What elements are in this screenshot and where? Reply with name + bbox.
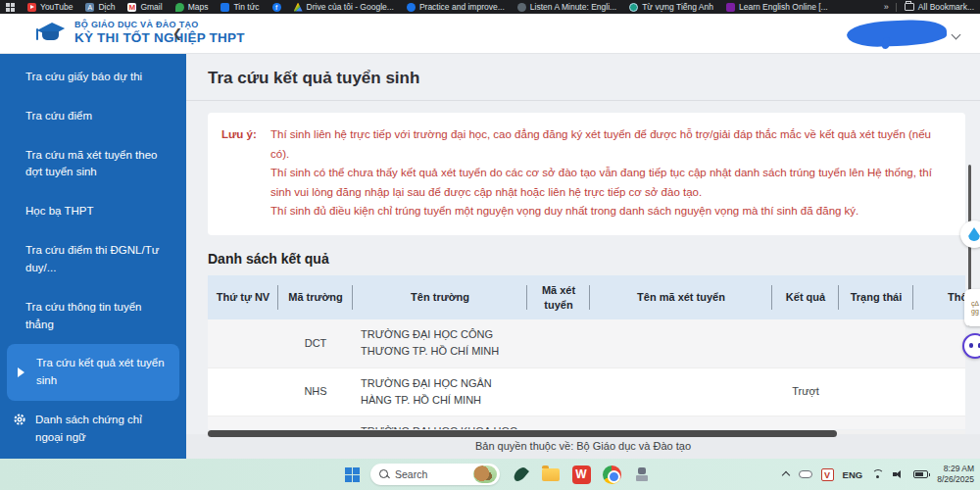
table-header-row: Thứ tự NV Mã trường Tên trường Mã xét tu… bbox=[208, 275, 965, 320]
bookmark-youtube[interactable]: YouTube bbox=[27, 2, 73, 12]
taskbar-app-leaf[interactable] bbox=[511, 465, 530, 484]
sidebar-item-label: Tra cứu điểm thi ĐGNL/Tư duy/... bbox=[25, 244, 159, 273]
table-row[interactable]: QST TRƯỜNG ĐẠI HỌC KHOA HỌC TỰ NHIÊN - Đ… bbox=[208, 416, 965, 429]
apps-grid-bookmark[interactable] bbox=[6, 3, 15, 12]
bookmark-label: Dịch bbox=[98, 2, 115, 12]
all-bookmarks-button[interactable]: All Bookmark... bbox=[905, 2, 974, 12]
bookmark-label: Practice and improve... bbox=[419, 2, 505, 12]
bookmark-label: Listen A Minute: Engli... bbox=[530, 2, 616, 12]
table-row[interactable]: DCT TRƯỜNG ĐẠI HỌC CÔNG THƯƠNG TP. HỒ CH… bbox=[208, 319, 965, 368]
col-header-ket-qua: Kết quả bbox=[772, 275, 839, 320]
bookmark-label: YouTube bbox=[40, 2, 73, 12]
bookmark-vocabulary[interactable]: Từ vựng Tiếng Anh bbox=[629, 2, 713, 12]
robot-icon bbox=[634, 466, 650, 482]
browser-bookmarks-bar: YouTube ADịch MGmail Maps Tin tức f Driv… bbox=[0, 0, 980, 14]
wifi-icon[interactable] bbox=[871, 469, 884, 479]
notice-label: Lưu ý: bbox=[221, 125, 270, 221]
sidebar-item-ma-xet-tuyen[interactable]: Tra cứu mã xét tuyển theo đợt tuyển sinh bbox=[0, 136, 186, 193]
file-explorer-button[interactable] bbox=[541, 465, 561, 484]
bookmark-gmail[interactable]: MGmail bbox=[127, 2, 162, 12]
bookmark-label: Drive của tôi - Google... bbox=[307, 2, 394, 12]
onedrive-icon[interactable] bbox=[799, 470, 812, 478]
search-icon bbox=[379, 469, 389, 479]
col-header-ma-xet-tuyen: Mã xét tuyển bbox=[527, 275, 590, 320]
taskbar-center-icons: Search W bbox=[345, 464, 652, 485]
wps-icon: W bbox=[572, 466, 591, 484]
sidebar-item-label: Tra cứu kết quả xét tuyển sinh bbox=[36, 357, 165, 386]
learn-english-icon bbox=[726, 3, 735, 12]
bookmarks-overflow-button[interactable]: » bbox=[884, 2, 888, 12]
wps-office-button[interactable]: W bbox=[571, 465, 591, 484]
bookmark-listen-a-minute[interactable]: Listen A Minute: Engli... bbox=[517, 2, 616, 12]
water-drop-widget[interactable] bbox=[960, 220, 980, 248]
notice-card: Lưu ý: Thí sinh liên hệ trực tiếp với tr… bbox=[208, 113, 965, 235]
cell-ten-ma-xet-tuyen bbox=[590, 319, 772, 368]
col-header-trang-thai: Trạng thái bbox=[839, 275, 913, 320]
sidebar-item-chung-chi-ngoai-ngu[interactable]: Danh sách chứng chỉ ngoại ngữ bbox=[0, 401, 186, 458]
leaf-icon bbox=[512, 466, 529, 484]
bookmark-learn-english[interactable]: Learn English Online [... bbox=[726, 2, 828, 12]
sidebar-item-label: Danh sách chứng chỉ ngoại ngữ bbox=[35, 414, 142, 443]
sidebar-item-hoc-ba-thpt[interactable]: Học bạ THPT bbox=[0, 192, 186, 231]
col-header-ma-truong: Mã trường bbox=[278, 275, 353, 320]
taskbar-search-box[interactable]: Search bbox=[370, 464, 500, 485]
horizontal-scrollbar-thumb[interactable] bbox=[208, 430, 837, 437]
sidebar-item-tra-cuu-diem[interactable]: Tra cứu điểm bbox=[0, 97, 186, 136]
horizontal-scrollbar[interactable] bbox=[208, 430, 965, 434]
cell-ma-truong: NHS bbox=[278, 368, 353, 416]
sticker-glyph: ç∆ bbox=[971, 300, 979, 308]
facebook-icon: f bbox=[272, 3, 281, 12]
chevron-down-icon[interactable] bbox=[953, 30, 960, 38]
sidebar-item-ket-qua-xet-tuyen[interactable]: Tra cứu kết quả xét tuyển sinh bbox=[7, 344, 179, 401]
sidebar-collapse-button[interactable]: ❮ bbox=[169, 24, 186, 42]
col-header-thu-tu-nv: Thứ tự NV bbox=[208, 275, 278, 320]
sidebar-nav: Tra cứu giấy báo dự thi Tra cứu điểm Tra… bbox=[0, 54, 186, 459]
main-content: Tra cứu kết quả tuyển sinh Lưu ý: Thí si… bbox=[186, 54, 980, 459]
water-drop-icon bbox=[968, 227, 980, 241]
bookmark-label: Gmail bbox=[140, 2, 162, 12]
cell-ket-qua bbox=[772, 319, 839, 368]
col-header-ten-truong: Tên trường bbox=[353, 275, 527, 320]
org-title: BỘ GIÁO DỤC VÀ ĐÀO TẠO KỲ THI TỐT NGHIỆP… bbox=[74, 20, 245, 47]
battery-icon[interactable] bbox=[913, 470, 928, 478]
bookmark-news[interactable]: Tin tức bbox=[220, 2, 259, 12]
v-app-icon[interactable]: V bbox=[821, 468, 834, 481]
sidebar-item-label: Tra cứu thông tin tuyển thẳng bbox=[25, 301, 142, 330]
tray-date: 8/26/2025 bbox=[937, 474, 974, 485]
moet-logo[interactable]: BỘ GIÁO DỤC VÀ ĐÀO TẠO KỲ THI TỐT NGHIỆP… bbox=[0, 20, 245, 47]
bookmark-practice[interactable]: Practice and improve... bbox=[407, 2, 505, 12]
chrome-button[interactable] bbox=[602, 465, 621, 484]
clock[interactable]: 8:29 AM 8/26/2025 bbox=[937, 464, 974, 486]
sticker-widget[interactable]: ç∆gg bbox=[964, 289, 980, 326]
sidebar-item-diem-thi-dgnl[interactable]: Tra cứu điểm thi ĐGNL/Tư duy/... bbox=[0, 231, 186, 288]
face-icon bbox=[969, 343, 980, 349]
cell-ten-ma-xet-tuyen bbox=[590, 368, 772, 416]
cell-trang-thai bbox=[839, 319, 913, 368]
redacted-username[interactable] bbox=[847, 19, 948, 48]
cell-thu-tu-nv bbox=[208, 368, 278, 416]
table-row[interactable]: NHS TRƯỜNG ĐẠI HỌC NGÂN HÀNG TP. HỒ CHÍ … bbox=[208, 368, 965, 416]
language-indicator[interactable]: ENG bbox=[843, 469, 863, 480]
bookmark-translate[interactable]: ADịch bbox=[85, 2, 115, 12]
gear-icon bbox=[13, 413, 26, 426]
sidebar-item-tuyen-thang[interactable]: Tra cứu thông tin tuyển thẳng bbox=[0, 288, 186, 345]
gmail-icon: M bbox=[127, 3, 136, 12]
bookmark-drive[interactable]: Drive của tôi - Google... bbox=[294, 2, 394, 12]
news-icon bbox=[220, 3, 229, 12]
windows-start-button[interactable] bbox=[345, 467, 360, 482]
practice-site-icon bbox=[407, 3, 416, 12]
bookmark-facebook[interactable]: f bbox=[272, 3, 281, 12]
listen-site-icon bbox=[517, 3, 526, 12]
taskbar-app-misc[interactable] bbox=[632, 465, 652, 484]
cell-trang-thai bbox=[839, 368, 913, 416]
tray-expand-button[interactable] bbox=[782, 470, 790, 478]
bookmark-maps[interactable]: Maps bbox=[175, 2, 209, 12]
page-layout: Tra cứu giấy báo dự thi Tra cứu điểm Tra… bbox=[0, 54, 980, 459]
notice-line: Thí sinh có thể chưa thấy kết quả xét tu… bbox=[270, 164, 950, 202]
sidebar-item-giay-bao-du-thi[interactable]: Tra cứu giấy báo dự thi bbox=[0, 58, 186, 97]
cell-ma-xet-tuyen bbox=[527, 319, 590, 368]
volume-icon[interactable] bbox=[893, 469, 905, 479]
results-heading: Danh sách kết quả bbox=[208, 251, 980, 267]
cell-ten-truong: TRƯỜNG ĐẠI HỌC CÔNG THƯƠNG TP. HỒ CHÍ MI… bbox=[353, 319, 527, 368]
sidebar-item-label: Tra cứu điểm bbox=[25, 110, 92, 122]
